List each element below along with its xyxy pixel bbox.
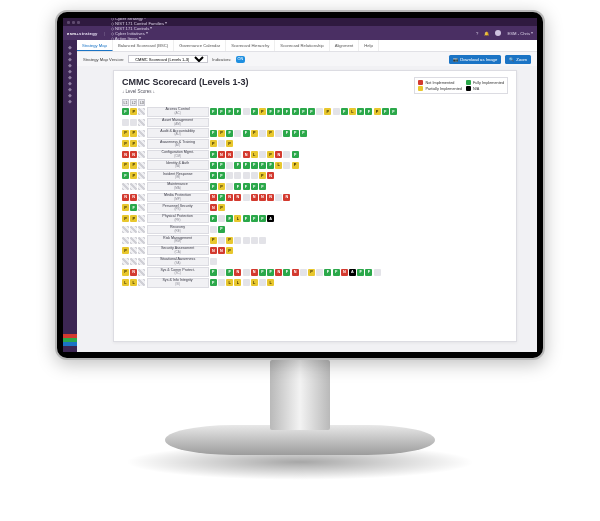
score-cell[interactable]: F	[259, 183, 266, 190]
score-cell[interactable]	[226, 162, 233, 169]
score-cell[interactable]: F	[251, 162, 258, 169]
score-cell[interactable]: F	[365, 108, 372, 115]
score-cell[interactable]	[130, 237, 137, 244]
score-cell[interactable]: P	[324, 108, 331, 115]
score-cell[interactable]	[275, 130, 282, 137]
score-cell[interactable]: P	[122, 162, 129, 169]
score-cell[interactable]: F	[226, 108, 233, 115]
score-cell[interactable]: N	[226, 194, 233, 201]
score-cell[interactable]: N	[267, 172, 274, 179]
score-cell[interactable]	[283, 151, 290, 158]
score-cell[interactable]: F	[365, 269, 372, 276]
score-cell[interactable]	[138, 194, 145, 201]
score-cell[interactable]	[138, 247, 145, 254]
score-cell[interactable]	[218, 140, 225, 147]
score-cell[interactable]: F	[259, 162, 266, 169]
tab-help[interactable]: Help	[359, 40, 379, 51]
score-cell[interactable]: N	[259, 194, 266, 201]
score-cell[interactable]: L	[349, 108, 356, 115]
score-cell[interactable]: F	[218, 162, 225, 169]
score-cell[interactable]: P	[130, 130, 137, 137]
score-cell[interactable]: P	[130, 162, 137, 169]
score-cell[interactable]: F	[283, 130, 290, 137]
score-cell[interactable]	[374, 269, 381, 276]
score-cell[interactable]: F	[308, 108, 315, 115]
score-cell[interactable]: F	[259, 215, 266, 222]
score-cell[interactable]: F	[130, 204, 137, 211]
score-cell[interactable]	[122, 258, 129, 265]
score-cell[interactable]: P	[122, 215, 129, 222]
score-cell[interactable]: F	[218, 108, 225, 115]
score-cell[interactable]	[130, 247, 137, 254]
version-select[interactable]: CMMC Scorecard (Levels 1-3)	[128, 55, 208, 63]
score-cell[interactable]: F	[292, 130, 299, 137]
score-cell[interactable]: F	[251, 108, 258, 115]
score-cell[interactable]	[218, 279, 225, 286]
score-cell[interactable]	[234, 151, 241, 158]
score-cell[interactable]: N	[283, 194, 290, 201]
score-cell[interactable]: P	[374, 108, 381, 115]
score-cell[interactable]: N	[130, 194, 137, 201]
score-cell[interactable]	[138, 130, 145, 137]
score-cell[interactable]	[138, 172, 145, 179]
row-label[interactable]: Maintenance(MA)	[147, 182, 209, 192]
tab-alignment[interactable]: Alignment	[330, 40, 360, 51]
score-cell[interactable]: F	[275, 108, 282, 115]
score-cell[interactable]: F	[251, 183, 258, 190]
score-cell[interactable]: L	[226, 279, 233, 286]
score-cell[interactable]: P	[218, 183, 225, 190]
row-label[interactable]: Identity & Auth(IA)	[147, 160, 209, 170]
score-cell[interactable]	[243, 269, 250, 276]
score-cell[interactable]: P	[210, 237, 217, 244]
score-cell[interactable]: L	[251, 151, 258, 158]
row-label[interactable]: Asset Management(AM)	[147, 118, 209, 128]
row-label[interactable]: Access Control(AC)	[147, 107, 209, 117]
row-label[interactable]: Sys & Comm Protect.(SC)	[147, 267, 209, 277]
score-cell[interactable]	[122, 183, 129, 190]
score-cell[interactable]: F	[267, 269, 274, 276]
score-cell[interactable]: N	[210, 204, 217, 211]
score-cell[interactable]: F	[226, 215, 233, 222]
avatar[interactable]	[495, 30, 501, 36]
score-cell[interactable]: F	[357, 108, 364, 115]
score-cell[interactable]: P	[267, 130, 274, 137]
user-menu[interactable]: ESM - Chris▾	[507, 31, 533, 36]
score-cell[interactable]	[138, 140, 145, 147]
score-cell[interactable]: N	[341, 269, 348, 276]
score-cell[interactable]	[138, 183, 145, 190]
score-cell[interactable]: L	[234, 279, 241, 286]
score-cell[interactable]	[138, 226, 145, 233]
score-cell[interactable]	[234, 237, 241, 244]
score-cell[interactable]: F	[382, 108, 389, 115]
zoom-button[interactable]: 🔍 Zoom	[505, 55, 531, 64]
tab-balanced-scorecard-bsc-[interactable]: Balanced Scorecard (BSC)	[113, 40, 174, 51]
score-cell[interactable]: P	[259, 172, 266, 179]
score-cell[interactable]: N	[275, 269, 282, 276]
score-cell[interactable]: F	[341, 108, 348, 115]
score-cell[interactable]: P	[122, 247, 129, 254]
score-cell[interactable]	[259, 130, 266, 137]
score-cell[interactable]: N	[218, 151, 225, 158]
score-cell[interactable]: L	[130, 279, 137, 286]
score-cell[interactable]: P	[130, 140, 137, 147]
score-cell[interactable]: N	[292, 269, 299, 276]
score-cell[interactable]: N	[267, 194, 274, 201]
score-cell[interactable]	[259, 279, 266, 286]
row-label[interactable]: Configuration Mgmt.(CM)	[147, 150, 209, 160]
score-cell[interactable]: P	[226, 140, 233, 147]
score-cell[interactable]: N	[234, 194, 241, 201]
score-cell[interactable]: F	[243, 215, 250, 222]
score-cell[interactable]	[122, 119, 129, 126]
score-cell[interactable]	[138, 237, 145, 244]
score-cell[interactable]: P	[210, 140, 217, 147]
score-cell[interactable]: N	[210, 247, 217, 254]
score-cell[interactable]: F	[210, 279, 217, 286]
row-label[interactable]: Recovery(RE)	[147, 225, 209, 235]
score-cell[interactable]: F	[243, 183, 250, 190]
score-cell[interactable]	[226, 183, 233, 190]
score-cell[interactable]: N	[218, 247, 225, 254]
score-cell[interactable]: F	[357, 269, 364, 276]
score-cell[interactable]	[138, 279, 145, 286]
score-cell[interactable]: F	[210, 130, 217, 137]
score-cell[interactable]	[218, 215, 225, 222]
